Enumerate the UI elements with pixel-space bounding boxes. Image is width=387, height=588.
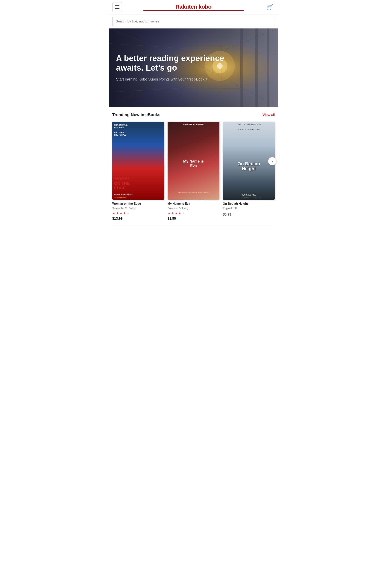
book-cover-series-3: A DALZIEL AND PASCOE MYSTERY [223,129,275,130]
section-header: Trending Now in eBooks View all [112,112,275,117]
app-header: Rakuten kobo 🛒 [109,0,278,14]
book-cover-title-center-2: My Name isEva [183,159,204,168]
svg-rect-11 [240,28,243,107]
books-row: SHE GAVE YOUHER BABYAND THENSHE JUMPED W… [112,122,275,221]
logo-kobo: kobo [199,3,212,10]
logo-text: Rakuten kobo [122,3,265,10]
next-arrow-button[interactable]: › [268,157,276,165]
svg-rect-13 [267,28,269,107]
book-cover-tagline-1: "An explosive debut." [114,197,126,198]
logo[interactable]: Rakuten kobo [122,3,265,11]
star-1-4: ★ [123,211,126,215]
hero-subtitle-link[interactable]: Start earning Kobo Super Points with you… [116,76,229,82]
hero-title: A better reading experience awaits. Let’… [116,54,229,72]
book-cover-title-3: On BeulahHeight [238,161,260,171]
logo-underline [143,10,244,11]
cart-icon: 🛒 [267,4,273,10]
menu-line-2 [115,7,120,7]
star-1-2: ★ [116,211,119,215]
svg-rect-12 [255,28,258,107]
book-cover-author-top-2: SUZANNE GOLDRING [168,124,219,126]
search-input[interactable] [112,17,275,26]
book-price-2: $1.99 [168,217,219,221]
hero-content: A better reading experience awaits. Let’… [109,46,236,89]
star-2-4: ★ [178,211,181,215]
book-cover-3: A NEW YORK TIMES NOTABLE BOOK A DALZIEL … [223,122,275,200]
star-1-3: ★ [120,211,122,215]
book-item-3[interactable]: A NEW YORK TIMES NOTABLE BOOK A DALZIEL … [223,122,275,216]
book-cover-author3: REGINALD HILL [223,194,275,196]
book-cover-text-top-1: SHE GAVE YOUHER BABYAND THENSHE JUMPED [114,124,128,136]
book-item-1[interactable]: SHE GAVE YOUHER BABYAND THENSHE JUMPED W… [112,122,164,221]
star-2-5: ★ [182,211,185,215]
book-author-2: Suzanne Goldring [168,207,219,210]
star-2-2: ★ [171,211,174,215]
book-cover-badge-3: A NEW YORK TIMES NOTABLE BOOK [223,123,275,125]
book-item-2[interactable]: SUZANNE GOLDRING My Name isEva Your trus… [168,122,219,221]
logo-rakuten: Rakuten [175,3,197,10]
book-cover-desc-2: Your trusts pay a terrible price. But ke… [168,191,219,193]
section-title: Trending Now in eBooks [112,112,161,117]
book-cover-2: SUZANNE GOLDRING My Name isEva Your trus… [168,122,219,200]
trending-section: Trending Now in eBooks View all SHE GAVE… [109,107,278,228]
view-all-link[interactable]: View all [263,113,275,117]
menu-line-1 [115,5,120,6]
book-author-3: Reginald Hill [223,207,275,210]
hero-chevron-icon: › [206,76,207,82]
star-1-1: ★ [112,211,115,215]
cart-button[interactable]: 🛒 [265,2,275,12]
book-cover-title-big-1: WOMANON THEEDGE [114,177,131,190]
barbed-wire-icon: — — — — — — [168,195,219,197]
book-title-1: Woman on the Edge [112,202,164,206]
star-2-1: ★ [168,211,171,215]
menu-line-3 [115,8,120,9]
book-price-1: $13.99 [112,217,164,221]
book-cover-author-1: SAMANTHA M. BAILEY [114,194,133,195]
book-title-2: My Name is Eva [168,202,219,206]
menu-button[interactable] [112,2,122,12]
star-2-3: ★ [175,211,178,215]
book-price-3: $0.99 [223,212,275,216]
book-cover-award-3: CWA DIAMOND DAGGER-WINNING AUTHOR [223,197,275,198]
book-title-3: On Beulah Height [223,202,275,206]
section-divider [112,225,275,225]
book-stars-1: ★ ★ ★ ★ ★ [112,211,164,215]
hero-subtitle-text: Start earning Kobo Super Points with you… [116,77,204,82]
hero-banner[interactable]: A better reading experience awaits. Let’… [109,28,278,107]
star-1-5: ★ [126,211,130,215]
search-bar [109,14,278,28]
book-author-1: Samantha M. Bailey [112,207,164,210]
book-stars-2: ★ ★ ★ ★ ★ [168,211,219,215]
book-cover-1: SHE GAVE YOUHER BABYAND THENSHE JUMPED W… [112,122,164,200]
